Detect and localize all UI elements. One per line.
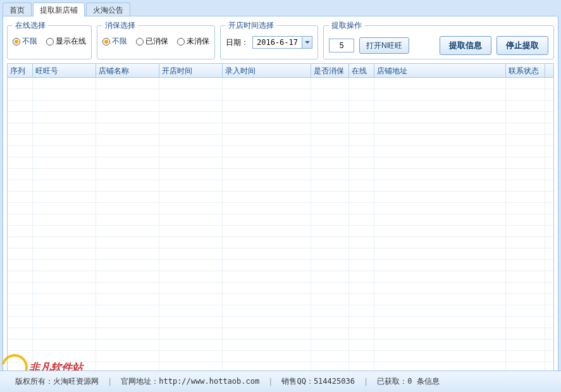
radio-guarantee-any[interactable]: 不限 <box>102 36 127 47</box>
open-time-legend: 开店时间选择 <box>226 20 276 31</box>
table-row[interactable] <box>8 157 553 169</box>
guarantee-filter-legend: 消保选择 <box>102 20 138 31</box>
open-count-input[interactable] <box>329 39 354 52</box>
table-row[interactable] <box>8 112 553 123</box>
radio-icon <box>136 38 144 46</box>
col-open-time[interactable]: 开店时间 <box>159 64 223 77</box>
col-online[interactable]: 在线 <box>349 64 374 77</box>
radio-label: 已消保 <box>145 36 168 47</box>
table-row[interactable] <box>8 214 553 226</box>
table-row[interactable] <box>8 340 553 351</box>
table-row[interactable] <box>8 294 553 305</box>
table-row[interactable] <box>8 78 553 89</box>
status-bar: 版权所有：火淘旺资源网 | 官网地址：http://www.hottaob.co… <box>0 371 561 392</box>
table-row[interactable] <box>8 271 553 283</box>
extract-operations: 提取操作 打开N旺旺 提取信息 停止提取 <box>323 20 554 59</box>
table-row[interactable] <box>8 328 553 340</box>
main-panel: 在线选择 不限 显示在线 消保选择 不限 <box>3 16 558 375</box>
date-picker[interactable]: 2016-6-17 <box>252 36 312 49</box>
copyright-text: 版权所有：火淘旺资源网 <box>6 376 108 387</box>
col-guarantee[interactable]: 是否消保 <box>311 64 349 77</box>
radio-guarantee-yes[interactable]: 已消保 <box>136 36 168 47</box>
table-row[interactable] <box>8 146 553 157</box>
table-row[interactable] <box>8 248 553 260</box>
radio-online-show[interactable]: 显示在线 <box>46 36 86 47</box>
extract-legend: 提取操作 <box>329 20 364 31</box>
col-wangwang[interactable]: 旺旺号 <box>33 64 96 77</box>
online-filter: 在线选择 不限 显示在线 <box>7 20 92 59</box>
tab-announcement[interactable]: 火淘公告 <box>86 3 130 16</box>
col-shop-url[interactable]: 店铺地址 <box>374 64 506 77</box>
table-row[interactable] <box>8 226 553 237</box>
open-time-filter: 开店时间选择 日期： 2016-6-17 <box>220 20 318 59</box>
extract-info-button[interactable]: 提取信息 <box>440 36 491 55</box>
table-row[interactable] <box>8 317 553 328</box>
stop-extract-button[interactable]: 停止提取 <box>496 36 548 55</box>
table-row[interactable] <box>8 169 553 180</box>
table-row[interactable] <box>8 192 553 203</box>
online-filter-legend: 在线选择 <box>13 20 48 31</box>
radio-online-any[interactable]: 不限 <box>13 36 37 47</box>
table-row[interactable] <box>8 351 553 362</box>
table-header: 序列 旺旺号 店铺名称 开店时间 录入时间 是否消保 在线 店铺地址 联系状态 <box>8 64 553 78</box>
col-shop-name[interactable]: 店铺名称 <box>96 64 159 77</box>
date-dropdown-button[interactable] <box>302 37 312 48</box>
results-table: 序列 旺旺号 店铺名称 开店时间 录入时间 是否消保 在线 店铺地址 联系状态 <box>7 63 554 373</box>
tab-home[interactable]: 首页 <box>3 3 32 16</box>
table-row[interactable] <box>8 101 553 112</box>
tab-bar: 首页 提取新店铺 火淘公告 <box>3 3 558 16</box>
date-value: 2016-6-17 <box>253 38 302 47</box>
radio-label: 未消保 <box>187 36 209 47</box>
table-body[interactable] <box>8 78 553 373</box>
radio-icon <box>102 38 110 46</box>
sales-qq: 销售QQ：514425036 <box>273 376 363 387</box>
tab-extract-shops[interactable]: 提取新店铺 <box>33 3 85 16</box>
radio-label: 不限 <box>112 36 127 47</box>
radio-guarantee-no[interactable]: 未消保 <box>177 36 209 47</box>
table-row[interactable] <box>8 260 553 271</box>
fetched-count: 已获取：0 条信息 <box>368 376 448 387</box>
table-row[interactable] <box>8 237 553 248</box>
open-wangwang-button[interactable]: 打开N旺旺 <box>359 37 409 54</box>
table-row[interactable] <box>8 123 553 135</box>
radio-label: 显示在线 <box>56 36 86 47</box>
radio-icon <box>177 38 185 46</box>
table-row[interactable] <box>8 305 553 317</box>
radio-icon <box>13 38 20 46</box>
official-url: 官网地址：http://www.hottaob.com <box>112 376 268 387</box>
radio-icon <box>46 38 54 46</box>
chevron-down-icon <box>305 41 310 44</box>
date-label: 日期： <box>226 37 249 48</box>
guarantee-filter: 消保选择 不限 已消保 未消保 <box>97 20 215 59</box>
radio-label: 不限 <box>22 36 37 47</box>
table-row[interactable] <box>8 135 553 146</box>
table-row[interactable] <box>8 180 553 192</box>
col-index[interactable]: 序列 <box>8 64 33 77</box>
col-entry-time[interactable]: 录入时间 <box>223 64 311 77</box>
table-row[interactable] <box>8 283 553 294</box>
table-row[interactable] <box>8 203 553 214</box>
table-row[interactable] <box>8 89 553 101</box>
col-contact-status[interactable]: 联系状态 <box>506 64 545 77</box>
